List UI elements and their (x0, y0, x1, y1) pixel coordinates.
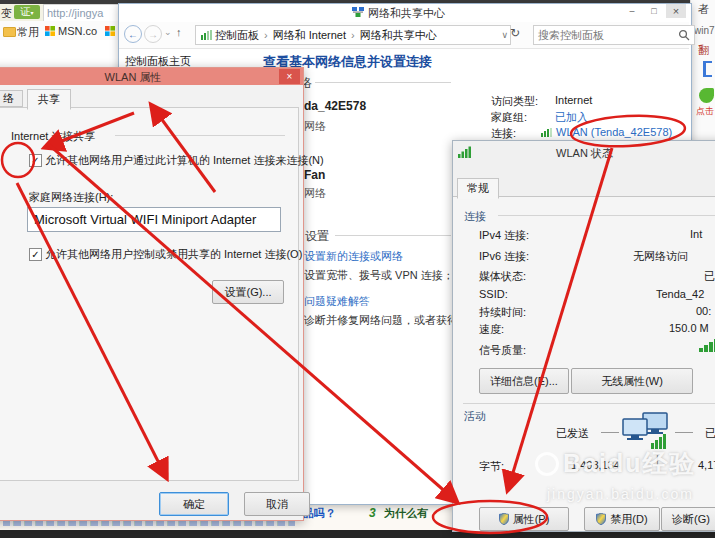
connection-label: 连接: (491, 126, 516, 141)
access-type-value: Internet (555, 94, 592, 106)
up-button[interactable]: ↑ (176, 26, 182, 38)
recv-dash (675, 432, 693, 433)
refresh-button[interactable]: ↻ (510, 26, 520, 40)
back-button[interactable]: ← (124, 25, 142, 43)
row-speed-label: 速度: (479, 322, 504, 337)
refresh-icon: ↻ (510, 26, 520, 40)
allow-connect-checkbox[interactable]: ✓ (29, 154, 42, 167)
details-button[interactable]: 详细信息(E)... (479, 368, 569, 394)
security-badge-label: 证 (20, 5, 30, 19)
ok-button-label: 确定 (183, 497, 205, 512)
setup-connection-link[interactable]: 设置新的连接或网络 (304, 249, 403, 264)
homegroup-link[interactable]: 已加入 (555, 110, 588, 125)
sent-dash (601, 432, 619, 433)
security-badge[interactable]: 证▾ (14, 5, 40, 19)
explorer-window-icon (352, 7, 364, 18)
row-ipv4-label: IPv4 连接: (479, 228, 529, 243)
bookmark-msn[interactable]: MSN.co (58, 25, 97, 37)
minimize-button[interactable]: – (622, 4, 642, 18)
maximize-button[interactable]: □ (644, 4, 664, 18)
section-rule (335, 235, 451, 236)
wlan-properties-dialog: WLAN 属性 × 络 共享 Internet 连接共享 ✓ 允许其他网络用户通… (0, 67, 304, 521)
received-label-fragment: 已 (705, 426, 715, 441)
home-connection-combobox[interactable]: Microsoft Virtual WIFI Miniport Adapter (27, 207, 281, 232)
allow-connect-label: 允许其他网络用户通过此计算机的 Internet 连接来连接(N) (45, 153, 324, 168)
network2-name-fragment: Fan (304, 168, 325, 182)
change-settings-section-fragment: 设置 (305, 228, 329, 245)
ok-button[interactable]: 确定 (159, 492, 229, 516)
right-panel-blue-icon[interactable] (703, 61, 712, 77)
row-ipv6-value: 无网络访问 (633, 249, 688, 264)
bookmarks-bar: 常用 MSN.co (0, 21, 118, 40)
network1-type: 网络 (304, 119, 326, 134)
close-button[interactable]: × (666, 4, 686, 18)
up-icon: ↑ (176, 26, 182, 38)
close-icon: × (287, 71, 293, 82)
right-panel-click-text: 点击 (696, 105, 714, 118)
disable-button[interactable]: 禁用(D) (584, 507, 660, 531)
allow-control-checkbox[interactable]: ✓ (29, 248, 42, 261)
sent-label: 已发送 (556, 426, 589, 441)
search-placeholder: 搜索控制面板 (538, 28, 604, 43)
search-box[interactable]: 搜索控制面板 (533, 25, 695, 45)
ics-group-label: Internet 连接共享 (11, 129, 95, 144)
properties-button[interactable]: 属性(P) (479, 507, 569, 531)
homegroup-label: 家庭组: (491, 110, 527, 125)
forward-button[interactable]: → (144, 25, 162, 43)
group-rule (498, 215, 715, 216)
watermark-logo-icon (535, 452, 559, 476)
row-media-value: 已 (704, 269, 715, 284)
search-icon[interactable] (678, 29, 690, 41)
address-url-text: http://jingya (47, 7, 103, 19)
checkmark-icon: ✓ (31, 155, 39, 166)
home-connection-label: 家庭网络连接(H): (29, 190, 113, 205)
troubleshoot-link[interactable]: 问题疑难解答 (304, 294, 370, 309)
settings-button-label: 设置(G)... (224, 285, 271, 300)
tab-general[interactable]: 常规 (457, 178, 499, 199)
breadcrumb[interactable]: 控制面板 › 网络和 Internet › 网络和共享中心 ∨ (195, 25, 511, 45)
tab-sharing[interactable]: 共享 (27, 89, 71, 110)
settings-button[interactable]: 设置(G)... (212, 280, 284, 304)
diagnose-button[interactable]: 诊断(G) (661, 507, 715, 531)
connection-signal-icon (541, 128, 552, 137)
related-question2-fragment[interactable]: 为什么有 (384, 506, 428, 521)
uac-shield-icon (596, 513, 606, 525)
back-icon: ← (128, 29, 138, 40)
wireless-properties-button[interactable]: 无线属性(W) (571, 368, 693, 394)
connection-group-label: 连接 (464, 209, 486, 224)
breadcrumb-item-network-sharing[interactable]: 网络和共享中心 (360, 28, 437, 43)
cancel-button[interactable]: 取消 (244, 492, 310, 516)
props-titlebar[interactable]: WLAN 属性 × (0, 68, 303, 85)
tab-network[interactable]: 络 (0, 90, 23, 107)
bytes-label: 字节: (479, 459, 504, 474)
wireless-properties-label: 无线属性(W) (601, 374, 663, 389)
bytes-received-fragment: 4,17 (698, 459, 715, 471)
bookmark-changyong[interactable]: 常用 (17, 25, 39, 40)
wlan-connection-link[interactable]: WLAN (Tenda_42E578) (556, 126, 672, 138)
breadcrumb-item-network-internet[interactable]: 网络和 Internet (273, 28, 346, 43)
row-ipv4-value: Int (690, 228, 702, 240)
nav-dropdown-icon[interactable]: ⌄ (164, 27, 172, 37)
details-button-label: 详细信息(E)... (490, 374, 558, 389)
disable-button-label: 禁用(D) (610, 512, 647, 527)
breadcrumb-caret-icon[interactable]: ∨ (501, 30, 508, 40)
activity-group-label: 活动 (464, 409, 486, 424)
troubleshoot-desc: 诊断并修复网络问题，或者获得疑 (304, 313, 469, 328)
related-list-number: 3 (369, 506, 376, 520)
row-ipv6-label: IPv6 连接: (479, 249, 529, 264)
browser-badge-row: 变 证▾ http://jingya (0, 4, 118, 22)
checkmark-icon: ✓ (31, 249, 39, 260)
right-panel-char-top: 者 (698, 2, 709, 17)
adapter-name: Microsoft Virtual WIFI Miniport Adapter (34, 212, 256, 227)
forward-icon: → (148, 29, 158, 40)
folder-icon (3, 27, 16, 37)
row-duration-label: 持续时间: (479, 305, 526, 320)
breadcrumb-item-control-panel[interactable]: 控制面板 (215, 28, 259, 43)
tab-general-label: 常规 (467, 181, 489, 196)
props-close-button[interactable]: × (279, 69, 300, 84)
right-panel-green-icon[interactable] (699, 88, 714, 103)
section-rule (315, 82, 451, 83)
address-input[interactable]: http://jingya (43, 4, 123, 22)
screenshot-stage: 变 证▾ http://jingya 常用 MSN.co 者 win7 翻 点击… (0, 0, 715, 538)
setup-connection-desc: 设置宽带、拨号或 VPN 连接；或 (304, 268, 465, 283)
